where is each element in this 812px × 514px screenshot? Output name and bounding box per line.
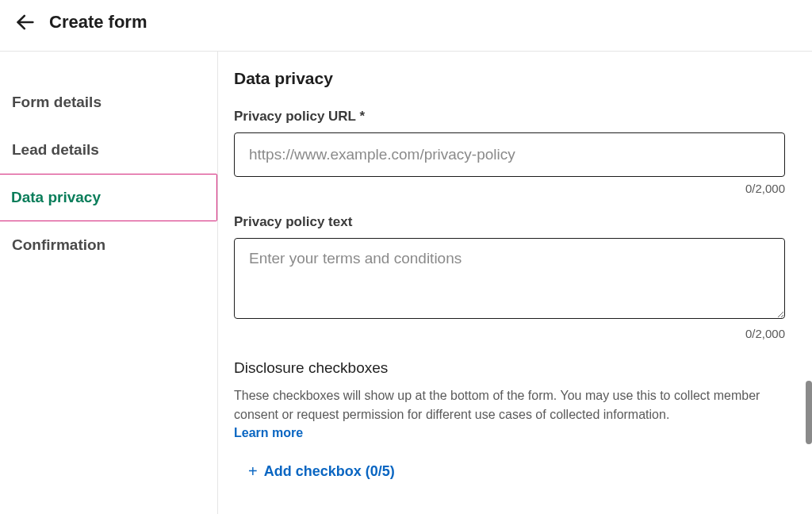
header: Create form: [0, 0, 812, 44]
learn-more-link[interactable]: Learn more: [234, 426, 303, 439]
privacy-text-counter: 0/2,000: [234, 327, 785, 340]
sidebar-item-label: Form details: [12, 94, 102, 110]
sidebar-item-label: Data privacy: [11, 189, 101, 205]
scrollbar-thumb[interactable]: [806, 381, 812, 444]
sidebar-item-confirmation[interactable]: Confirmation: [0, 221, 217, 269]
privacy-url-label: Privacy policy URL *: [234, 109, 785, 125]
back-arrow-icon[interactable]: [14, 11, 36, 33]
add-checkbox-button[interactable]: + Add checkbox (0/5): [248, 462, 395, 481]
sidebar-item-form-details[interactable]: Form details: [0, 79, 217, 126]
sidebar-item-lead-details[interactable]: Lead details: [0, 126, 217, 174]
section-title: Data privacy: [234, 69, 785, 88]
add-checkbox-label: Add checkbox (0/5): [264, 463, 395, 480]
page-title: Create form: [49, 12, 147, 33]
disclosure-helper: These checkboxes will show up at the bot…: [234, 386, 785, 424]
sidebar: Form details Lead details Data privacy C…: [0, 52, 218, 514]
disclosure-title: Disclosure checkboxes: [234, 359, 785, 377]
privacy-text-input[interactable]: [234, 238, 785, 319]
sidebar-item-label: Confirmation: [12, 236, 105, 253]
main-content: Data privacy Privacy policy URL * 0/2,00…: [218, 52, 812, 514]
sidebar-item-label: Lead details: [12, 141, 99, 158]
plus-icon: +: [248, 462, 258, 481]
privacy-url-input[interactable]: [234, 132, 785, 177]
sidebar-item-data-privacy[interactable]: Data privacy: [0, 174, 217, 221]
privacy-url-counter: 0/2,000: [234, 182, 785, 195]
privacy-text-label: Privacy policy text: [234, 214, 785, 230]
